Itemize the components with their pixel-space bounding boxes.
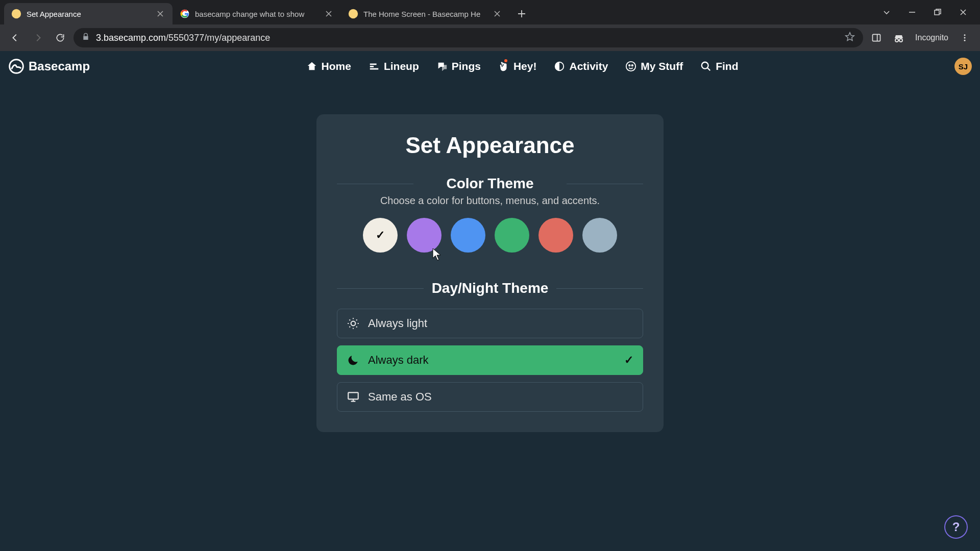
svg-point-8 bbox=[964, 37, 966, 39]
sun-icon bbox=[347, 317, 360, 330]
day-night-heading: Day/Night Theme bbox=[337, 280, 643, 296]
tab-home-screen-help[interactable]: The Home Screen - Basecamp He bbox=[341, 3, 509, 24]
window-controls bbox=[881, 0, 980, 24]
back-button[interactable] bbox=[6, 29, 24, 47]
nav-find[interactable]: Find bbox=[700, 60, 738, 72]
help-button[interactable]: ? bbox=[944, 515, 968, 539]
svg-point-0 bbox=[12, 9, 21, 18]
avatar[interactable]: SJ bbox=[954, 58, 972, 75]
monitor-icon bbox=[347, 390, 360, 404]
svg-rect-11 bbox=[370, 64, 377, 65]
tab-google-search[interactable]: basecamp change what to show bbox=[173, 3, 341, 24]
window-minimize-icon[interactable] bbox=[906, 7, 918, 18]
lock-icon bbox=[82, 33, 90, 43]
svg-point-16 bbox=[632, 65, 633, 66]
reload-button[interactable] bbox=[51, 29, 69, 47]
nav-label: Find bbox=[716, 60, 738, 72]
home-icon bbox=[306, 61, 317, 72]
basecamp-logo[interactable]: Basecamp bbox=[8, 58, 90, 74]
lineup-icon bbox=[369, 61, 380, 72]
nav-lineup[interactable]: Lineup bbox=[369, 60, 419, 72]
tab-title: The Home Screen - Basecamp He bbox=[363, 10, 487, 18]
my-stuff-icon bbox=[625, 61, 636, 72]
nav-my-stuff[interactable]: My Stuff bbox=[625, 60, 683, 72]
window-close-icon[interactable] bbox=[958, 7, 969, 18]
address-bar[interactable]: 3.basecamp.com/5550377/my/appearance bbox=[74, 28, 863, 47]
svg-point-18 bbox=[351, 321, 356, 326]
incognito-label: Incognito bbox=[912, 33, 951, 42]
color-swatch-purple[interactable] bbox=[407, 218, 442, 253]
nav-activity[interactable]: Activity bbox=[554, 60, 608, 72]
brand-name: Basecamp bbox=[29, 59, 90, 73]
nav-label: Lineup bbox=[384, 60, 419, 72]
side-panel-icon[interactable] bbox=[867, 29, 886, 47]
svg-point-14 bbox=[626, 62, 635, 71]
main-nav: Home Lineup Pings Hey! Activity bbox=[90, 60, 954, 72]
appearance-panel: Set Appearance Color Theme Choose a colo… bbox=[316, 114, 664, 432]
kebab-menu-icon[interactable] bbox=[955, 29, 974, 47]
basecamp-header: Basecamp Home Lineup Pings Hey! bbox=[0, 51, 980, 82]
nav-label: Activity bbox=[569, 60, 608, 72]
close-icon[interactable] bbox=[492, 9, 502, 19]
content-area: Set Appearance Color Theme Choose a colo… bbox=[0, 82, 980, 432]
nav-home[interactable]: Home bbox=[306, 60, 351, 72]
chevron-down-icon[interactable] bbox=[881, 7, 892, 18]
moon-icon bbox=[347, 354, 360, 367]
pings-icon bbox=[436, 61, 448, 72]
url-text: 3.basecamp.com/5550377/my/appearance bbox=[96, 33, 270, 43]
browser-toolbar: 3.basecamp.com/5550377/my/appearance Inc… bbox=[0, 24, 980, 51]
color-swatch-default[interactable] bbox=[363, 218, 398, 253]
nav-label: Pings bbox=[452, 60, 481, 72]
forward-button[interactable] bbox=[29, 29, 47, 47]
color-swatch-green[interactable] bbox=[495, 218, 529, 253]
option-label: Same as OS bbox=[368, 390, 432, 404]
google-favicon bbox=[180, 9, 190, 19]
option-always-dark[interactable]: Always dark ✓ bbox=[337, 345, 643, 375]
svg-point-9 bbox=[964, 40, 966, 41]
help-label: ? bbox=[952, 520, 960, 534]
browser-tab-strip: Set Appearance basecamp change what to s… bbox=[0, 0, 980, 24]
nav-label: Hey! bbox=[513, 60, 537, 72]
svg-point-7 bbox=[964, 34, 966, 36]
svg-point-15 bbox=[629, 65, 630, 66]
close-icon[interactable] bbox=[155, 9, 165, 19]
close-icon[interactable] bbox=[324, 9, 334, 19]
tab-title: Set Appearance bbox=[27, 10, 150, 18]
svg-rect-19 bbox=[348, 392, 358, 399]
color-theme-heading: Color Theme bbox=[337, 176, 643, 192]
basecamp-favicon bbox=[11, 9, 21, 19]
option-same-as-os[interactable]: Same as OS bbox=[337, 382, 643, 412]
tabs: Set Appearance basecamp change what to s… bbox=[0, 0, 881, 24]
nav-pings[interactable]: Pings bbox=[436, 60, 481, 72]
svg-point-2 bbox=[349, 9, 358, 18]
activity-icon bbox=[554, 61, 565, 72]
basecamp-favicon bbox=[348, 9, 358, 19]
window-maximize-icon[interactable] bbox=[932, 7, 943, 18]
svg-point-5 bbox=[895, 39, 898, 42]
tab-title: basecamp change what to show bbox=[195, 10, 318, 18]
svg-rect-12 bbox=[370, 66, 374, 67]
page-title: Set Appearance bbox=[337, 133, 643, 158]
check-icon: ✓ bbox=[624, 354, 633, 367]
tab-set-appearance[interactable]: Set Appearance bbox=[4, 3, 173, 24]
color-swatch-blue[interactable] bbox=[451, 218, 485, 253]
incognito-icon bbox=[890, 29, 908, 47]
svg-rect-4 bbox=[873, 34, 880, 41]
color-swatches bbox=[337, 218, 643, 253]
nav-hey[interactable]: Hey! bbox=[498, 60, 537, 72]
color-swatch-slate[interactable] bbox=[582, 218, 617, 253]
day-night-options: Always light Always dark ✓ Same as OS bbox=[337, 309, 643, 412]
bookmark-icon[interactable] bbox=[845, 32, 855, 44]
notification-dot-icon bbox=[503, 58, 508, 63]
svg-point-6 bbox=[899, 39, 902, 42]
nav-label: Home bbox=[322, 60, 351, 72]
svg-rect-3 bbox=[935, 10, 939, 15]
option-label: Always light bbox=[368, 317, 427, 330]
svg-point-17 bbox=[702, 62, 708, 69]
option-always-light[interactable]: Always light bbox=[337, 309, 643, 338]
new-tab-button[interactable] bbox=[512, 5, 531, 23]
nav-label: My Stuff bbox=[641, 60, 683, 72]
color-theme-description: Choose a color for buttons, menus, and a… bbox=[337, 195, 643, 207]
color-swatch-red[interactable] bbox=[538, 218, 573, 253]
svg-rect-13 bbox=[370, 68, 379, 70]
